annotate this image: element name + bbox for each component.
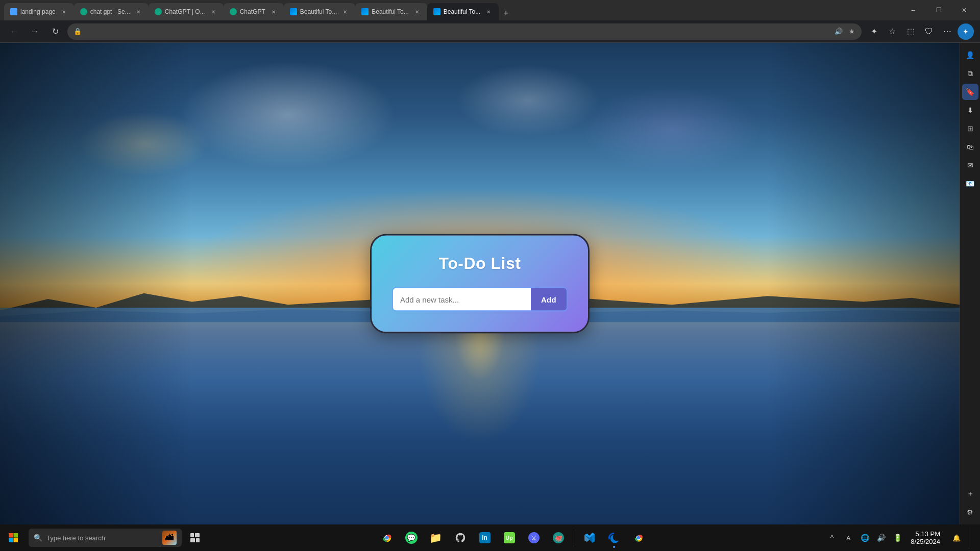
tab-3-close[interactable]: ✕ — [209, 8, 217, 16]
sidebar-plus-icon[interactable]: ＋ — [962, 486, 978, 502]
svg-point-11 — [636, 536, 640, 539]
taskbar-search-image: 🏙 — [162, 531, 177, 545]
taskbar-date: 8/25/2024 — [911, 538, 940, 545]
favorites-icon[interactable]: ★ — [846, 26, 857, 37]
taskbar-github[interactable] — [449, 527, 472, 549]
copilot-icon[interactable]: ✦ — [866, 23, 882, 40]
tab-2-favicon — [80, 8, 87, 15]
restore-button[interactable]: ❐ — [927, 2, 950, 18]
sidebar-bookmark-icon[interactable]: 🔖 — [962, 84, 978, 100]
tab-beautiful-2[interactable]: Beautiful To... ✕ — [355, 3, 427, 20]
taskbar-chrome-2[interactable] — [627, 527, 650, 549]
taskbar-linkedin[interactable]: in — [474, 527, 496, 549]
tab-chatgpt-o[interactable]: ChatGPT | O... ✕ — [149, 3, 224, 20]
vscode-icon — [584, 532, 595, 543]
battery-icon[interactable]: 🔋 — [890, 531, 904, 545]
toolbar-actions: ✦ ☆ ⬚ 🛡 ⋯ ✦ — [866, 23, 974, 40]
reload-button[interactable]: ↻ — [47, 23, 63, 40]
tab-7-favicon — [433, 8, 440, 15]
forward-button[interactable]: → — [27, 23, 43, 40]
todo-card: To-Do List Add — [370, 234, 590, 334]
title-bar: landing page ✕ chat gpt - Se... ✕ ChatGP… — [0, 0, 980, 20]
tab-2-close[interactable]: ✕ — [134, 8, 142, 16]
favorites-toolbar-icon[interactable]: ☆ — [884, 23, 900, 40]
svg-rect-3 — [14, 538, 18, 543]
tab-chatgpt[interactable]: ChatGPT ✕ — [224, 3, 284, 20]
sidebar-grid-icon[interactable]: ⊞ — [962, 120, 978, 137]
address-input[interactable]: 127.0.0.1:3002/index.html — [67, 23, 862, 40]
taskbar-whatsapp[interactable]: 💬 — [400, 527, 423, 549]
minimize-button[interactable]: – — [901, 2, 925, 18]
tab-4-favicon — [230, 8, 237, 15]
taskbar-vscode[interactable] — [578, 527, 601, 549]
volume-icon[interactable]: 🔊 — [874, 531, 888, 545]
taskbar-time: 5:13 PM — [916, 530, 940, 538]
read-aloud-icon[interactable]: 🔊 — [833, 26, 844, 37]
tab-chatgpt-search[interactable]: chat gpt - Se... ✕ — [74, 3, 149, 20]
svg-point-9 — [385, 536, 388, 540]
content-area: To-Do List Add 👤 ⧉ 🔖 ⬇ ⊞ 🛍 ✉ 📧 ＋ ⚙ — [0, 43, 980, 524]
collections-icon[interactable]: ⬚ — [902, 23, 919, 40]
tab-3-favicon — [155, 8, 162, 15]
main-viewport: To-Do List Add — [0, 43, 960, 524]
tab-5-title: Beautiful To... — [300, 8, 337, 15]
tab-4-close[interactable]: ✕ — [270, 8, 278, 16]
tab-7-title: Beautiful To... — [444, 8, 481, 15]
sidebar-settings-icon[interactable]: ⚙ — [962, 504, 978, 520]
taskbar-search-bar[interactable]: 🔍 Type here to search 🏙 — [29, 529, 182, 547]
sidebar-message-icon[interactable]: ✉ — [962, 157, 978, 173]
taskbar-upwork[interactable]: Up — [498, 527, 521, 549]
edge-right-sidebar: 👤 ⧉ 🔖 ⬇ ⊞ 🛍 ✉ 📧 ＋ ⚙ — [960, 43, 980, 524]
svg-rect-5 — [195, 533, 200, 537]
todo-task-input[interactable] — [393, 288, 531, 311]
tab-beautiful-1[interactable]: Beautiful To... ✕ — [284, 3, 356, 20]
system-tray: ^ A 🌐 🔊 🔋 5:13 PM 8/25/2024 🔔 — [819, 527, 980, 549]
taskview-button[interactable] — [184, 527, 206, 549]
svg-rect-6 — [190, 538, 195, 542]
language-icon[interactable]: A — [841, 531, 855, 545]
tab-landing-page[interactable]: landing page ✕ — [4, 3, 74, 20]
tab-7-close[interactable]: ✕ — [484, 8, 493, 16]
start-button[interactable] — [0, 524, 27, 551]
tab-6-close[interactable]: ✕ — [413, 8, 421, 16]
todo-title: To-Do List — [439, 254, 521, 273]
tab-2-title: chat gpt - Se... — [90, 8, 130, 15]
sidebar-person-icon[interactable]: 👤 — [962, 47, 978, 63]
new-tab-button[interactable]: + — [499, 6, 513, 20]
discord-icon: ⚔ — [528, 532, 540, 543]
todo-add-button[interactable]: Add — [531, 288, 567, 311]
more-tools-icon[interactable]: ⋯ — [939, 23, 955, 40]
taskbar-gitkraken[interactable]: 🐙 — [547, 527, 570, 549]
sidebar-download-icon[interactable]: ⬇ — [962, 102, 978, 118]
notification-button[interactable]: 🔔 — [946, 527, 967, 549]
taskbar-edge[interactable] — [603, 527, 625, 549]
window-controls: – ❐ ✕ — [897, 2, 976, 18]
lock-icon: 🔒 — [74, 28, 82, 35]
tab-beautiful-3-active[interactable]: Beautiful To... ✕ — [427, 3, 499, 20]
windows-taskbar: 🔍 Type here to search 🏙 — [0, 524, 980, 551]
taskview-icon — [190, 533, 200, 543]
network-icon[interactable]: 🌐 — [857, 531, 872, 545]
taskbar-chrome[interactable] — [376, 527, 398, 549]
browser-essentials-icon[interactable]: 🛡 — [921, 23, 937, 40]
tab-3-title: ChatGPT | O... — [165, 8, 205, 15]
address-wrapper: 🔒 127.0.0.1:3002/index.html 🔊 ★ — [67, 23, 862, 40]
taskbar-clock[interactable]: 5:13 PM 8/25/2024 — [906, 530, 944, 545]
edge-sidebar-toggle[interactable]: ✦ — [958, 23, 974, 40]
close-button[interactable]: ✕ — [952, 2, 976, 18]
sidebar-outlook-icon[interactable]: 📧 — [962, 176, 978, 192]
linkedin-icon: in — [479, 532, 491, 543]
upwork-icon: Up — [504, 532, 515, 543]
taskbar-file-explorer[interactable]: 📁 — [425, 527, 447, 549]
taskbar-discord[interactable]: ⚔ — [523, 527, 545, 549]
tab-5-close[interactable]: ✕ — [341, 8, 349, 16]
sidebar-layers-icon[interactable]: ⧉ — [962, 65, 978, 82]
tab-1-close[interactable]: ✕ — [60, 8, 68, 16]
back-button[interactable]: ← — [6, 23, 22, 40]
chrome-icon — [381, 532, 393, 544]
chevron-up-icon[interactable]: ^ — [825, 531, 839, 545]
show-desktop-button[interactable] — [969, 527, 974, 549]
sidebar-shop-icon[interactable]: 🛍 — [962, 139, 978, 155]
edge-icon — [608, 532, 620, 543]
chrome-2-icon — [633, 532, 644, 543]
